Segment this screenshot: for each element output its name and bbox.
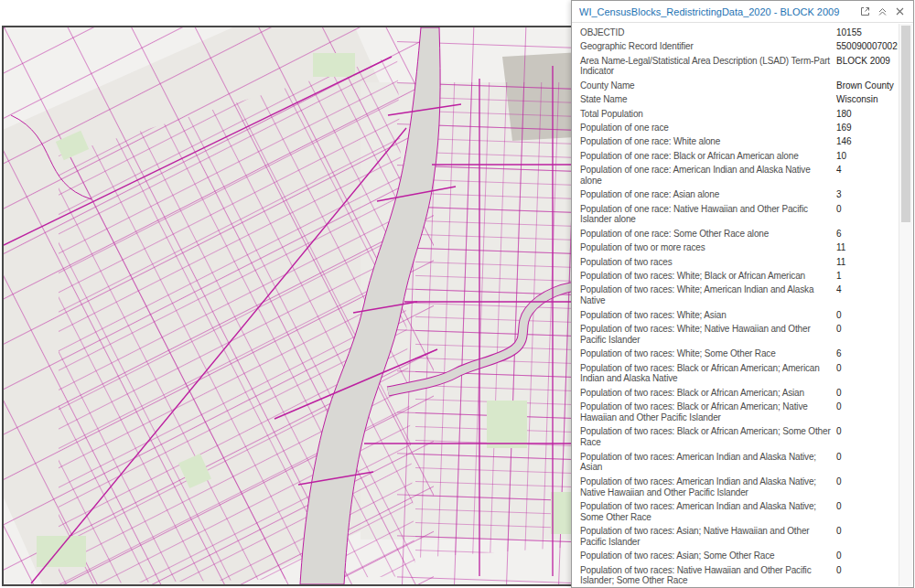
scrollbar-thumb[interactable] bbox=[901, 26, 910, 222]
attribute-row: Population of two races: Black or Africa… bbox=[573, 425, 898, 450]
attribute-popup: WI_CensusBlocks_RedistrictingData_2020 -… bbox=[571, 0, 914, 588]
attribute-row: Population of two races: Black or Africa… bbox=[573, 386, 898, 400]
attribute-row: Population of two races 11 bbox=[573, 255, 898, 269]
field-value: 10 bbox=[833, 151, 898, 162]
attribute-row: Population of one race: White alone 146 bbox=[573, 135, 898, 149]
field-value: 0 bbox=[833, 388, 898, 399]
attribute-row: Area Name-Legal/Statistical Area Descrip… bbox=[573, 54, 898, 79]
attribute-row: State Name Wisconsin bbox=[573, 92, 898, 106]
field-label: Population of two races: White; Some Oth… bbox=[580, 348, 833, 359]
attribute-row: Population of one race: Black or African… bbox=[573, 149, 898, 163]
field-value: 1 bbox=[833, 271, 898, 282]
field-value: 0 bbox=[833, 476, 898, 487]
attribute-row: Population of one race 169 bbox=[573, 121, 898, 134]
field-value: 6 bbox=[833, 348, 898, 359]
field-value: 0 bbox=[833, 501, 898, 512]
attribute-row: Population of two races: Black or Africa… bbox=[573, 361, 898, 386]
field-label: State Name bbox=[580, 94, 833, 105]
field-value: 11 bbox=[833, 257, 898, 268]
attribute-row: Population of one race: Some Other Race … bbox=[573, 227, 898, 241]
field-label: Population of two races: Black or Africa… bbox=[580, 426, 833, 448]
field-value: 0 bbox=[833, 310, 898, 321]
field-label: Population of one race: Black or African… bbox=[580, 151, 833, 162]
field-label: Population of one race: White alone bbox=[580, 136, 833, 147]
field-value: 0 bbox=[833, 551, 898, 561]
field-value: 169 bbox=[833, 123, 898, 134]
field-value: Brown County bbox=[833, 80, 898, 91]
field-label: Population of two races: American Indian… bbox=[580, 501, 833, 523]
field-value: 6 bbox=[833, 229, 898, 240]
field-label: Population of two races: Native Hawaiian… bbox=[580, 565, 833, 586]
field-label: Population of two or more races bbox=[580, 242, 833, 253]
field-label: Population of two races: Black or Africa… bbox=[580, 363, 833, 385]
field-label: County Name bbox=[580, 80, 833, 91]
field-label: OBJECTID bbox=[580, 27, 833, 38]
field-label: Population of one race: Some Other Race … bbox=[580, 229, 833, 240]
attribute-row: Population of two races: American Indian… bbox=[573, 450, 898, 475]
attribute-list[interactable]: OBJECTID 10155 Geographic Record Identif… bbox=[573, 24, 898, 586]
field-label: Population of two races: Asian; Native H… bbox=[580, 526, 833, 548]
field-value: 0 bbox=[833, 324, 898, 335]
field-value: 11 bbox=[833, 242, 898, 253]
attribute-row: County Name Brown County bbox=[573, 79, 898, 92]
field-label: Geographic Record Identifier bbox=[580, 41, 833, 52]
field-value: 0 bbox=[833, 565, 898, 576]
attribute-row: Population of two races: White; Asian 0 bbox=[573, 308, 898, 322]
attribute-row: Geographic Record Identifier 55009000700… bbox=[573, 39, 898, 53]
field-value: 4 bbox=[833, 165, 898, 176]
field-value: 0 bbox=[833, 526, 898, 537]
attribute-row: Total Population 180 bbox=[573, 107, 898, 121]
field-value: 0 bbox=[833, 401, 898, 412]
attribute-row: Population of two races: White; American… bbox=[573, 283, 898, 308]
attribute-row: Population of one race: American Indian … bbox=[573, 163, 898, 187]
field-label: Area Name-Legal/Statistical Area Descrip… bbox=[580, 56, 833, 78]
field-label: Population of two races: White; Black or… bbox=[580, 271, 833, 282]
attribute-row: Population of two races: American Indian… bbox=[573, 475, 898, 499]
popup-header: WI_CensusBlocks_RedistrictingData_2020 -… bbox=[572, 1, 913, 23]
open-in-new-window-icon[interactable] bbox=[857, 5, 873, 17]
field-label: Population of one race bbox=[580, 123, 833, 134]
field-value: 180 bbox=[833, 109, 898, 120]
attribute-row: Population of two races: Black or Africa… bbox=[573, 400, 898, 424]
field-value: Wisconsin bbox=[833, 94, 898, 105]
field-value: 0 bbox=[833, 426, 898, 437]
field-value: 0 bbox=[833, 363, 898, 374]
field-value: 3 bbox=[833, 189, 898, 200]
field-value: 4 bbox=[833, 284, 898, 295]
popup-actions bbox=[857, 5, 908, 17]
field-value: BLOCK 2009 bbox=[833, 56, 898, 67]
popup-scrollbar[interactable] bbox=[899, 24, 912, 586]
field-value: 146 bbox=[833, 136, 898, 147]
attribute-row: Population of two or more races 11 bbox=[573, 241, 898, 254]
attribute-row: Population of two races: Native Hawaiian… bbox=[573, 563, 898, 586]
attribute-row: Population of two races: American Indian… bbox=[573, 499, 898, 524]
attribute-row: Population of two races: White; Native H… bbox=[573, 322, 898, 347]
field-value: 0 bbox=[833, 204, 898, 215]
field-label: Total Population bbox=[580, 109, 833, 120]
attribute-row: Population of one race: Native Hawaiian … bbox=[573, 202, 898, 227]
attribute-row: Population of one race: Asian alone 3 bbox=[573, 188, 898, 202]
close-icon[interactable] bbox=[892, 5, 908, 17]
field-label: Population of one race: Native Hawaiian … bbox=[580, 204, 833, 226]
field-label: Population of two races: American Indian… bbox=[580, 452, 833, 474]
popup-title: WI_CensusBlocks_RedistrictingData_2020 -… bbox=[579, 6, 857, 17]
attribute-row: Population of two races: Asian; Some Oth… bbox=[573, 550, 898, 563]
field-label: Population of two races: White; Native H… bbox=[580, 324, 833, 346]
field-label: Population of two races: Black or Africa… bbox=[580, 401, 833, 423]
attribute-row: OBJECTID 10155 bbox=[573, 26, 898, 39]
attribute-row: Population of two races: Asian; Native H… bbox=[573, 524, 898, 549]
field-value: 0 bbox=[833, 452, 898, 463]
field-label: Population of two races bbox=[580, 257, 833, 268]
field-label: Population of two races: Asian; Some Oth… bbox=[580, 551, 833, 561]
field-label: Population of two races: White; Asian bbox=[580, 310, 833, 321]
dock-icon[interactable] bbox=[875, 5, 890, 17]
attribute-row: Population of two races: White; Black or… bbox=[573, 269, 898, 283]
attribute-row: Population of two races: White; Some Oth… bbox=[573, 347, 898, 360]
field-label: Population of one race: Asian alone bbox=[580, 189, 833, 200]
field-label: Population of one race: American Indian … bbox=[580, 165, 833, 187]
field-label: Population of two races: American Indian… bbox=[580, 476, 833, 498]
field-label: Population of two races: Black or Africa… bbox=[580, 388, 833, 399]
app-window: WI_CensusBlocks_RedistrictingData_2020 -… bbox=[0, 0, 915, 588]
field-value: 550090007002009 bbox=[833, 41, 898, 52]
field-label: Population of two races: White; American… bbox=[580, 284, 833, 306]
